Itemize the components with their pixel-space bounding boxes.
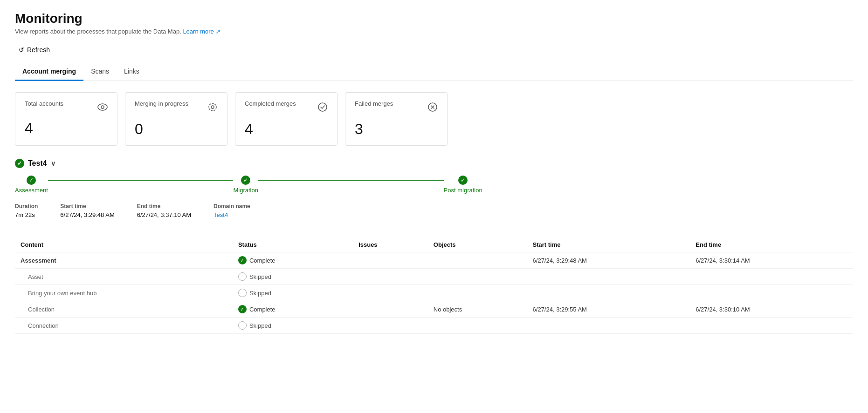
- pipeline: ✓ Assessment ✓ Migration ✓ Post migratio…: [15, 176, 853, 194]
- detail-start-time: Start time 6/27/24, 3:29:48 AM: [60, 203, 114, 218]
- col-objects: Objects: [428, 237, 527, 252]
- cell-start-time: 6/27/24, 3:29:48 AM: [527, 252, 690, 269]
- status-skipped: Skipped: [238, 321, 347, 330]
- cell-end-time: 6/27/24, 3:30:14 AM: [690, 252, 853, 269]
- stat-label-failed: Failed merges: [355, 100, 393, 107]
- status-complete: ✓ Complete: [238, 256, 347, 264]
- svg-point-1: [101, 106, 104, 108]
- end-time-value: 6/27/24, 3:37:10 AM: [137, 211, 191, 218]
- cell-objects: No objects: [428, 301, 527, 318]
- assessment-check-icon: ✓: [27, 176, 36, 185]
- end-time-label: End time: [137, 203, 191, 210]
- cell-status: ✓ Complete: [233, 301, 353, 318]
- stat-label-total: Total accounts: [25, 100, 63, 107]
- post-migration-check-icon: ✓: [458, 176, 468, 185]
- table-row: Connection Skipped: [15, 318, 853, 334]
- detail-duration: Duration 7m 22s: [15, 203, 38, 218]
- tab-scans[interactable]: Scans: [83, 63, 117, 81]
- page-subtitle: View reports about the processes that po…: [15, 28, 853, 35]
- cell-objects: [428, 285, 527, 301]
- pipeline-step-migration: ✓ Migration: [233, 176, 258, 194]
- table-row: Bring your own event hub Skipped: [15, 285, 853, 301]
- cell-end-time: [690, 269, 853, 285]
- cell-objects: [428, 269, 527, 285]
- stat-card-total-accounts: Total accounts 4: [15, 92, 117, 146]
- stat-card-header-4: Failed merges: [355, 100, 438, 115]
- domain-name-link[interactable]: Test4: [214, 211, 250, 218]
- cell-start-time: [527, 318, 690, 334]
- cell-issues: [353, 269, 428, 285]
- duration-label: Duration: [15, 203, 38, 210]
- cell-content: Bring your own event hub: [15, 285, 233, 301]
- col-status: Status: [233, 237, 353, 252]
- cell-status: Skipped: [233, 318, 353, 334]
- svg-point-3: [211, 106, 214, 108]
- col-start-time: Start time: [527, 237, 690, 252]
- stat-value-failed: 3: [355, 121, 438, 138]
- cell-issues: [353, 318, 428, 334]
- refresh-icon: ↺: [19, 46, 24, 54]
- external-link-icon: ↗: [215, 28, 220, 35]
- refresh-button[interactable]: ↺ Refresh: [15, 44, 54, 55]
- cell-objects: [428, 318, 527, 334]
- x-circle-icon: [427, 102, 438, 115]
- cell-issues: [353, 301, 428, 318]
- stat-value-total: 4: [25, 120, 108, 137]
- svg-point-4: [318, 103, 327, 111]
- section-name: Test4: [28, 159, 47, 168]
- tab-links[interactable]: Links: [117, 63, 147, 81]
- tab-account-merging[interactable]: Account merging: [15, 63, 83, 81]
- subtitle-text: View reports about the processes that po…: [15, 28, 183, 35]
- pipeline-line-2: [258, 180, 444, 181]
- migration-check-icon: ✓: [241, 176, 250, 185]
- learn-more-link[interactable]: Learn more ↗: [183, 28, 220, 35]
- table-row: Asset Skipped: [15, 269, 853, 285]
- start-time-value: 6/27/24, 3:29:48 AM: [60, 211, 114, 218]
- cell-start-time: 6/27/24, 3:29:55 AM: [527, 301, 690, 318]
- cell-status: Skipped: [233, 285, 353, 301]
- stat-card-failed: Failed merges 3: [345, 92, 448, 146]
- assessment-label: Assessment: [15, 187, 48, 194]
- stats-row: Total accounts 4 Merging in progress: [15, 92, 853, 146]
- complete-icon: ✓: [238, 256, 247, 264]
- pipeline-line-1: [48, 180, 234, 181]
- skipped-icon: [238, 272, 247, 281]
- cell-content: Asset: [15, 269, 233, 285]
- check-circle-icon: [317, 102, 328, 115]
- cell-issues: [353, 285, 428, 301]
- table-header-row: Content Status Issues Objects Start time…: [15, 237, 853, 252]
- stat-card-merging-progress: Merging in progress 0: [125, 92, 227, 146]
- stat-card-header: Total accounts: [25, 100, 108, 114]
- page-container: Monitoring View reports about the proces…: [0, 0, 868, 413]
- stat-value-merging: 0: [135, 121, 218, 138]
- svg-point-2: [209, 103, 216, 111]
- sync-icon: [207, 102, 218, 115]
- col-end-time: End time: [690, 237, 853, 252]
- status-skipped: Skipped: [238, 272, 347, 281]
- cell-status: ✓ Complete: [233, 252, 353, 269]
- cell-end-time: [690, 318, 853, 334]
- toolbar: ↺ Refresh: [15, 44, 853, 55]
- col-content: Content: [15, 237, 233, 252]
- start-time-label: Start time: [60, 203, 114, 210]
- status-skipped: Skipped: [238, 289, 347, 297]
- cell-start-time: [527, 285, 690, 301]
- pipeline-step-post-migration: ✓ Post migration: [444, 176, 482, 194]
- cell-content: Collection: [15, 301, 233, 318]
- section-status-icon: ✓: [15, 159, 24, 168]
- stat-label-completed: Completed merges: [245, 100, 296, 107]
- cell-content: Assessment: [15, 252, 233, 269]
- table-row: Collection ✓ Complete No objects 6/27/24…: [15, 301, 853, 318]
- data-table: Content Status Issues Objects Start time…: [15, 237, 853, 334]
- cell-content: Connection: [15, 318, 233, 334]
- details-row: Duration 7m 22s Start time 6/27/24, 3:29…: [15, 203, 853, 226]
- eye-icon: [97, 102, 108, 114]
- detail-domain-name: Domain name Test4: [214, 203, 250, 218]
- table-row: Assessment ✓ Complete 6/27/24, 3:29:48 A…: [15, 252, 853, 269]
- skipped-icon: [238, 321, 247, 330]
- section-title[interactable]: ✓ Test4 ∨: [15, 159, 853, 168]
- cell-status: Skipped: [233, 269, 353, 285]
- table-container: Content Status Issues Objects Start time…: [15, 237, 853, 334]
- post-migration-label: Post migration: [444, 187, 482, 194]
- chevron-down-icon: ∨: [51, 160, 55, 167]
